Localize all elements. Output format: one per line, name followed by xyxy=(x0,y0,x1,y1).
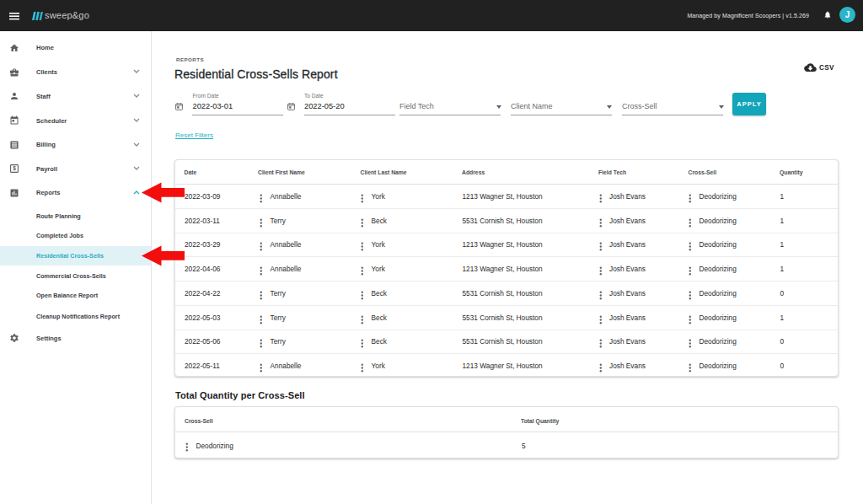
svg-text:$: $ xyxy=(13,165,16,172)
